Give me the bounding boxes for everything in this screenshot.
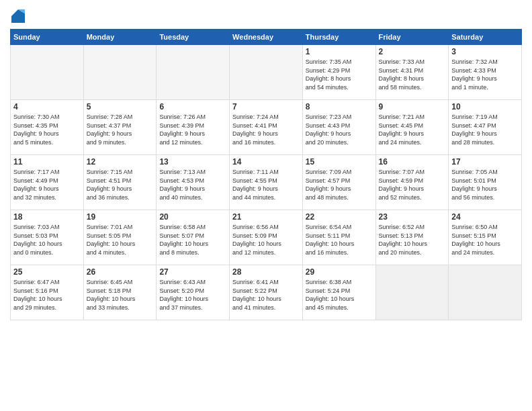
day-number: 15 bbox=[306, 157, 373, 167]
logo bbox=[10, 9, 25, 26]
day-number: 26 bbox=[87, 267, 154, 277]
calendar-cell: 11Sunrise: 7:17 AM Sunset: 4:49 PM Dayli… bbox=[11, 155, 84, 210]
day-number: 27 bbox=[159, 267, 226, 277]
header bbox=[10, 7, 522, 26]
day-info: Sunrise: 6:38 AM Sunset: 5:24 PM Dayligh… bbox=[306, 278, 373, 312]
calendar-cell: 7Sunrise: 7:24 AM Sunset: 4:41 PM Daylig… bbox=[230, 100, 303, 155]
calendar-cell: 14Sunrise: 7:11 AM Sunset: 4:55 PM Dayli… bbox=[230, 155, 303, 210]
day-number: 22 bbox=[306, 212, 373, 222]
day-number: 8 bbox=[306, 102, 373, 111]
day-info: Sunrise: 6:54 AM Sunset: 5:11 PM Dayligh… bbox=[306, 223, 373, 257]
calendar-cell bbox=[83, 45, 157, 100]
calendar-cell bbox=[449, 265, 522, 320]
day-info: Sunrise: 6:58 AM Sunset: 5:07 PM Dayligh… bbox=[159, 223, 226, 257]
day-number: 23 bbox=[379, 212, 446, 222]
calendar-cell: 1Sunrise: 7:35 AM Sunset: 4:29 PM Daylig… bbox=[302, 45, 375, 100]
calendar-cell: 9Sunrise: 7:21 AM Sunset: 4:45 PM Daylig… bbox=[375, 100, 449, 155]
day-number: 19 bbox=[87, 212, 154, 222]
calendar-cell: 24Sunrise: 6:50 AM Sunset: 5:15 PM Dayli… bbox=[449, 210, 522, 265]
day-number: 14 bbox=[232, 157, 300, 167]
calendar-cell: 10Sunrise: 7:19 AM Sunset: 4:47 PM Dayli… bbox=[449, 100, 522, 155]
day-number: 24 bbox=[451, 212, 519, 222]
calendar-cell: 26Sunrise: 6:45 AM Sunset: 5:18 PM Dayli… bbox=[83, 265, 157, 320]
calendar-cell: 20Sunrise: 6:58 AM Sunset: 5:07 PM Dayli… bbox=[157, 210, 230, 265]
calendar-table: SundayMondayTuesdayWednesdayThursdayFrid… bbox=[10, 29, 522, 320]
logo-block bbox=[10, 9, 25, 26]
calendar-cell bbox=[375, 265, 449, 320]
day-number: 1 bbox=[306, 47, 373, 56]
calendar-cell: 2Sunrise: 7:33 AM Sunset: 4:31 PM Daylig… bbox=[375, 45, 449, 100]
weekday-header-row: SundayMondayTuesdayWednesdayThursdayFrid… bbox=[11, 30, 522, 45]
calendar-cell: 12Sunrise: 7:15 AM Sunset: 4:51 PM Dayli… bbox=[83, 155, 157, 210]
calendar-cell: 18Sunrise: 7:03 AM Sunset: 5:03 PM Dayli… bbox=[11, 210, 84, 265]
day-info: Sunrise: 7:21 AM Sunset: 4:45 PM Dayligh… bbox=[379, 113, 446, 146]
day-number: 3 bbox=[451, 47, 519, 56]
day-info: Sunrise: 6:50 AM Sunset: 5:15 PM Dayligh… bbox=[451, 223, 519, 257]
day-info: Sunrise: 7:32 AM Sunset: 4:33 PM Dayligh… bbox=[451, 58, 519, 91]
day-number: 25 bbox=[13, 267, 81, 277]
day-info: Sunrise: 7:11 AM Sunset: 4:55 PM Dayligh… bbox=[232, 168, 300, 201]
day-info: Sunrise: 7:05 AM Sunset: 5:01 PM Dayligh… bbox=[451, 168, 519, 201]
day-info: Sunrise: 7:26 AM Sunset: 4:39 PM Dayligh… bbox=[159, 113, 226, 146]
calendar-cell: 21Sunrise: 6:56 AM Sunset: 5:09 PM Dayli… bbox=[230, 210, 303, 265]
day-info: Sunrise: 7:07 AM Sunset: 4:59 PM Dayligh… bbox=[379, 168, 446, 201]
calendar-cell: 13Sunrise: 7:13 AM Sunset: 4:53 PM Dayli… bbox=[157, 155, 230, 210]
day-number: 7 bbox=[232, 102, 300, 111]
day-info: Sunrise: 6:56 AM Sunset: 5:09 PM Dayligh… bbox=[232, 223, 300, 257]
day-info: Sunrise: 6:41 AM Sunset: 5:22 PM Dayligh… bbox=[232, 278, 300, 312]
calendar-cell bbox=[230, 45, 303, 100]
weekday-header-saturday: Saturday bbox=[449, 30, 522, 45]
calendar-cell: 29Sunrise: 6:38 AM Sunset: 5:24 PM Dayli… bbox=[302, 265, 375, 320]
day-number: 4 bbox=[13, 102, 81, 111]
day-info: Sunrise: 7:17 AM Sunset: 4:49 PM Dayligh… bbox=[13, 168, 81, 201]
weekday-header-thursday: Thursday bbox=[302, 30, 375, 45]
calendar-cell bbox=[11, 45, 84, 100]
week-row-1: 1Sunrise: 7:35 AM Sunset: 4:29 PM Daylig… bbox=[11, 45, 522, 100]
page-container: SundayMondayTuesdayWednesdayThursdayFrid… bbox=[0, 0, 532, 327]
day-number: 9 bbox=[379, 102, 446, 111]
week-row-3: 11Sunrise: 7:17 AM Sunset: 4:49 PM Dayli… bbox=[11, 155, 522, 210]
day-number: 17 bbox=[451, 157, 519, 167]
weekday-header-monday: Monday bbox=[83, 30, 157, 45]
calendar-cell bbox=[157, 45, 230, 100]
calendar-cell: 19Sunrise: 7:01 AM Sunset: 5:05 PM Dayli… bbox=[83, 210, 157, 265]
calendar-cell: 4Sunrise: 7:30 AM Sunset: 4:35 PM Daylig… bbox=[11, 100, 84, 155]
day-number: 10 bbox=[451, 102, 519, 111]
day-info: Sunrise: 7:19 AM Sunset: 4:47 PM Dayligh… bbox=[451, 113, 519, 146]
calendar-cell: 6Sunrise: 7:26 AM Sunset: 4:39 PM Daylig… bbox=[157, 100, 230, 155]
day-number: 29 bbox=[306, 267, 373, 277]
calendar-cell: 27Sunrise: 6:43 AM Sunset: 5:20 PM Dayli… bbox=[157, 265, 230, 320]
week-row-2: 4Sunrise: 7:30 AM Sunset: 4:35 PM Daylig… bbox=[11, 100, 522, 155]
week-row-4: 18Sunrise: 7:03 AM Sunset: 5:03 PM Dayli… bbox=[11, 210, 522, 265]
day-number: 12 bbox=[87, 157, 154, 167]
day-info: Sunrise: 6:52 AM Sunset: 5:13 PM Dayligh… bbox=[379, 223, 446, 257]
calendar-cell: 5Sunrise: 7:28 AM Sunset: 4:37 PM Daylig… bbox=[83, 100, 157, 155]
day-number: 11 bbox=[13, 157, 81, 167]
day-number: 18 bbox=[13, 212, 81, 222]
day-number: 5 bbox=[87, 102, 154, 111]
weekday-header-wednesday: Wednesday bbox=[230, 30, 303, 45]
calendar-cell: 8Sunrise: 7:23 AM Sunset: 4:43 PM Daylig… bbox=[302, 100, 375, 155]
calendar-cell: 22Sunrise: 6:54 AM Sunset: 5:11 PM Dayli… bbox=[302, 210, 375, 265]
day-number: 13 bbox=[159, 157, 226, 167]
calendar-cell: 16Sunrise: 7:07 AM Sunset: 4:59 PM Dayli… bbox=[375, 155, 449, 210]
day-info: Sunrise: 6:47 AM Sunset: 5:16 PM Dayligh… bbox=[13, 278, 81, 312]
day-info: Sunrise: 7:09 AM Sunset: 4:57 PM Dayligh… bbox=[306, 168, 373, 201]
day-info: Sunrise: 7:33 AM Sunset: 4:31 PM Dayligh… bbox=[379, 58, 446, 91]
day-number: 16 bbox=[379, 157, 446, 167]
day-info: Sunrise: 7:01 AM Sunset: 5:05 PM Dayligh… bbox=[87, 223, 154, 257]
day-info: Sunrise: 7:13 AM Sunset: 4:53 PM Dayligh… bbox=[159, 168, 226, 201]
day-info: Sunrise: 6:45 AM Sunset: 5:18 PM Dayligh… bbox=[87, 278, 154, 312]
calendar-cell: 3Sunrise: 7:32 AM Sunset: 4:33 PM Daylig… bbox=[449, 45, 522, 100]
calendar-cell: 23Sunrise: 6:52 AM Sunset: 5:13 PM Dayli… bbox=[375, 210, 449, 265]
calendar-cell: 17Sunrise: 7:05 AM Sunset: 5:01 PM Dayli… bbox=[449, 155, 522, 210]
day-number: 28 bbox=[232, 267, 300, 277]
day-info: Sunrise: 7:24 AM Sunset: 4:41 PM Dayligh… bbox=[232, 113, 300, 146]
calendar-cell: 15Sunrise: 7:09 AM Sunset: 4:57 PM Dayli… bbox=[302, 155, 375, 210]
day-info: Sunrise: 7:23 AM Sunset: 4:43 PM Dayligh… bbox=[306, 113, 373, 146]
week-row-5: 25Sunrise: 6:47 AM Sunset: 5:16 PM Dayli… bbox=[11, 265, 522, 320]
day-info: Sunrise: 7:03 AM Sunset: 5:03 PM Dayligh… bbox=[13, 223, 81, 257]
weekday-header-sunday: Sunday bbox=[11, 30, 84, 45]
day-info: Sunrise: 7:28 AM Sunset: 4:37 PM Dayligh… bbox=[87, 113, 154, 146]
day-info: Sunrise: 7:35 AM Sunset: 4:29 PM Dayligh… bbox=[306, 58, 373, 91]
